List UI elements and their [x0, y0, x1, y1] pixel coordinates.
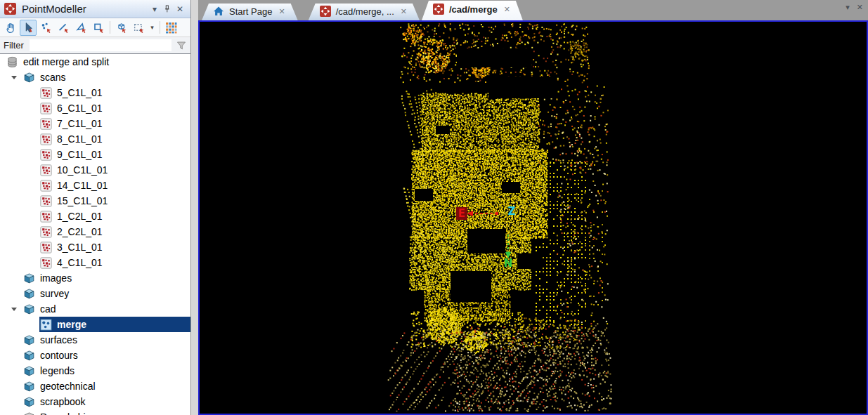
tab-close-icon[interactable]: ✕: [278, 7, 285, 16]
tree-item-5-c1l-01[interactable]: 5_C1L_01: [0, 85, 190, 100]
tree-item-label: legends: [35, 365, 75, 376]
tree-item-label: 8_C1L_01: [52, 133, 103, 145]
tree-item-14-c1l-01[interactable]: 14_C1L_01: [0, 178, 190, 193]
tree-item-icon: [40, 257, 52, 269]
app-window: PointModeller ▾ ✕ ▾ Filter edit merge an…: [0, 0, 868, 415]
tab-label: Start Page: [229, 6, 272, 17]
tree-item-icon: [40, 133, 52, 145]
tree-item-2-c2l-01[interactable]: 2_C2L_01: [0, 224, 190, 239]
tree-item-label: 7_C1L_01: [52, 118, 103, 129]
tree-item-survey[interactable]: survey: [0, 286, 190, 301]
tree-item-recycle-bin[interactable]: Recycle bin: [0, 409, 190, 415]
tree-item-images[interactable]: images: [0, 270, 190, 286]
select-points-tool-button[interactable]: [37, 20, 54, 36]
tree-item-cad[interactable]: cad: [0, 301, 190, 317]
tree-item-icon: [40, 180, 52, 192]
tree-item-icon: [40, 164, 52, 176]
tree-item-icon: [23, 288, 35, 300]
tree-item-icon: [40, 319, 52, 331]
tree-item-icon: [40, 103, 52, 114]
tree-item-3-c1l-01[interactable]: 3_C1L_01: [0, 239, 190, 255]
tab-start-page[interactable]: Start Page ✕: [202, 4, 298, 20]
tabgroup-close-icon[interactable]: ✕: [857, 3, 863, 12]
tree-item-surfaces[interactable]: surfaces: [0, 332, 190, 348]
tree-item-label: 14_C1L_01: [52, 180, 108, 191]
tab--cad-merge-[interactable]: /cad/merge, ... ✕: [309, 4, 420, 20]
tab-label: /cad/merge: [449, 4, 498, 15]
pin-icon[interactable]: [161, 3, 174, 15]
tree-item-4-c1l-01[interactable]: 4_C1L_01: [0, 255, 190, 270]
tree-item-merge[interactable]: merge: [0, 317, 190, 332]
panel-collapse-icon[interactable]: ▾: [148, 3, 161, 15]
tree-item-label: 5_C1L_01: [52, 87, 103, 98]
tree-item-7-c1l-01[interactable]: 7_C1L_01: [0, 116, 190, 131]
select-tool-button[interactable]: [20, 20, 37, 36]
tree-item-icon: [23, 350, 35, 362]
tree-item-10-c1l-01[interactable]: 10_C1L_01: [0, 162, 190, 178]
tree-item-icon: [40, 149, 52, 161]
filter-row: Filter: [0, 37, 190, 53]
tree-item-icon: [23, 381, 35, 393]
tree-item-geotechnical[interactable]: geotechnical: [0, 378, 190, 394]
select-polygon-tool-button[interactable]: [72, 20, 89, 36]
tree-item-icon: [40, 87, 52, 99]
select-line-tool-button[interactable]: [55, 20, 72, 36]
toolbar-separator: [110, 21, 110, 34]
tree-item-label: cad: [35, 303, 56, 315]
tab-scroll-icon[interactable]: ▾: [846, 3, 850, 12]
viewport: [198, 20, 868, 415]
tree-item-label: geotechnical: [35, 381, 96, 392]
tab-label: /cad/merge, ...: [336, 6, 394, 17]
marquee-select-tool-button[interactable]: [130, 20, 147, 36]
panel-splitter[interactable]: [191, 0, 198, 415]
tree-item-scrapbook[interactable]: scrapbook: [0, 394, 190, 409]
tab--cad-merge[interactable]: /cad/merge ✕: [422, 1, 523, 20]
project-tree: edit merge and split scans 5_C1L_01 6_C1…: [0, 53, 190, 415]
tree-item-icon: [23, 334, 35, 346]
filter-label: Filter: [4, 40, 24, 51]
tree-item-9-c1l-01[interactable]: 9_C1L_01: [0, 147, 190, 162]
tree-item-8-c1l-01[interactable]: 8_C1L_01: [0, 131, 190, 147]
tree-item-1-c2l-01[interactable]: 1_C2L_01: [0, 209, 190, 224]
tree-item-icon: [23, 396, 35, 408]
tree-item-icon: [6, 56, 18, 68]
tree-item-label: scrapbook: [35, 396, 86, 407]
tree-item-label: 4_C1L_01: [52, 257, 103, 268]
select-rectangle-tool-button[interactable]: [90, 20, 107, 36]
pattern-tool-button[interactable]: [162, 20, 179, 36]
tree-item-label: surfaces: [35, 334, 77, 345]
tab-close-icon[interactable]: ✕: [504, 5, 510, 14]
tree-item-label: survey: [35, 288, 69, 299]
tree-item-label: scans: [35, 72, 66, 83]
tree-item-label: edit merge and split: [18, 56, 109, 67]
left-panel: PointModeller ▾ ✕ ▾ Filter edit merge an…: [0, 0, 191, 415]
tree-item-legends[interactable]: legends: [0, 363, 190, 378]
filter-input[interactable]: [30, 39, 171, 51]
tree-item-15-c1l-01[interactable]: 15_C1L_01: [0, 193, 190, 209]
tree-item-icon: [40, 226, 52, 238]
tree-item-6-c1l-01[interactable]: 6_C1L_01: [0, 100, 190, 116]
tree-item-icon: [23, 303, 35, 315]
tree-item-icon: [40, 118, 52, 130]
select-cube-tool-button[interactable]: [112, 20, 129, 36]
tree-item-icon: [23, 365, 35, 377]
expander-icon[interactable]: [6, 76, 22, 79]
tree-item-label: contours: [35, 350, 78, 361]
toolbar-separator: [160, 21, 160, 34]
tab-icon: [320, 6, 331, 17]
tree-item-icon: [40, 211, 52, 223]
pan-tool-button[interactable]: [2, 20, 19, 36]
tree-item-label: 1_C2L_01: [52, 211, 103, 222]
panel-titlebar: PointModeller ▾ ✕: [0, 0, 190, 18]
tree-item-label: 3_C1L_01: [52, 242, 103, 253]
tree-item-icon: [40, 195, 52, 207]
tree-item-scans[interactable]: scans: [0, 70, 190, 85]
panel-close-icon[interactable]: ✕: [174, 3, 186, 15]
main-area: Start Page ✕ /cad/merge, ... ✕ /cad/merg…: [198, 0, 868, 415]
tree-item-edit-merge-and-split[interactable]: edit merge and split: [0, 54, 190, 70]
expander-icon[interactable]: [6, 308, 22, 311]
viewport-canvas[interactable]: [200, 22, 866, 412]
marquee-select-tool-dropdown-icon[interactable]: ▾: [148, 20, 157, 36]
tree-item-contours[interactable]: contours: [0, 348, 190, 363]
tab-close-icon[interactable]: ✕: [401, 7, 407, 16]
